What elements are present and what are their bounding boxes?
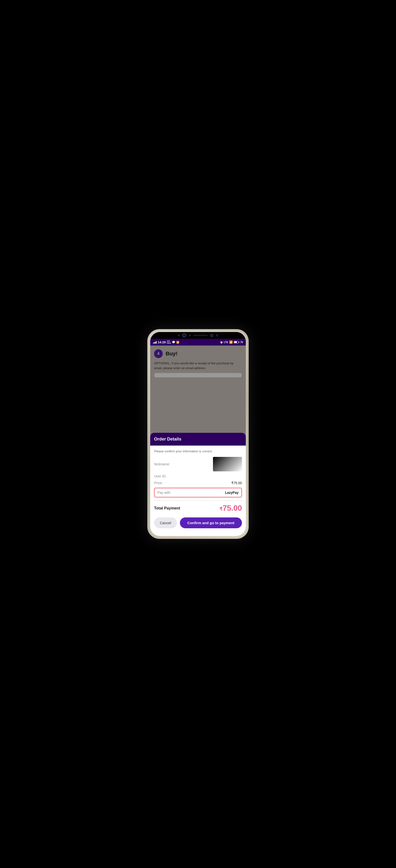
time-display: 14:29 — [158, 340, 166, 344]
signal-bar-4 — [156, 341, 157, 344]
lte-label: LTE — [224, 341, 228, 344]
confirm-text: Please confirm your information is corre… — [154, 450, 242, 453]
nickname-row: Nickname: — [154, 457, 242, 471]
price-value: ₹75.00 — [231, 481, 242, 485]
signal-bar-3 — [155, 342, 156, 344]
modal-body: Please confirm your information is corre… — [150, 445, 246, 536]
battery-indicator — [234, 341, 239, 343]
price-row: Price: ₹75.00 — [154, 481, 242, 485]
signal-bar-2 — [154, 342, 155, 344]
total-row: Total Payment ₹75.00 — [154, 504, 242, 513]
confirm-payment-button[interactable]: Confirm and go to payment — [180, 518, 242, 528]
total-currency: ₹ — [220, 506, 223, 512]
total-label: Total Payment — [154, 506, 180, 510]
modal-title: Order Details — [154, 437, 242, 442]
sim-icon: 📶 — [176, 341, 179, 344]
modal-overlay: Order Details Please confirm your inform… — [150, 345, 246, 536]
price-label: Price: — [154, 481, 163, 485]
divider — [154, 500, 242, 501]
clock-icon: ⏰ — [220, 341, 223, 344]
pay-with-row[interactable]: Pay with: LazyPay — [154, 488, 242, 497]
screen-content: 4 Buy! OPTIONAL: If you would like a rec… — [150, 345, 246, 536]
signal-bar-1 — [153, 343, 154, 344]
phone-frame: 14:29 104KB/s 💬 📶 ⏰ LTE 📶 70 — [147, 329, 249, 539]
user-id-label: User ID: — [154, 474, 166, 478]
action-buttons: Cancel Confirm and go to payment — [154, 518, 242, 528]
camera-indicator — [182, 333, 187, 338]
status-left: 14:29 104KB/s 💬 📶 — [153, 340, 179, 344]
phone-inner: 14:29 104KB/s 💬 📶 ⏰ LTE 📶 70 — [150, 332, 246, 536]
nickname-redacted — [213, 457, 242, 471]
phone-top-bar — [150, 332, 246, 339]
pay-with-label: Pay with: — [158, 491, 171, 495]
status-bar: 14:29 104KB/s 💬 📶 ⏰ LTE 📶 70 — [150, 339, 246, 345]
status-right: ⏰ LTE 📶 70 — [220, 340, 243, 344]
cancel-button[interactable]: Cancel — [154, 518, 177, 528]
battery-level: 70 — [240, 341, 243, 344]
total-value: ₹75.00 — [220, 504, 242, 513]
modal-header: Order Details — [150, 433, 246, 445]
messaging-icon: 💬 — [172, 341, 175, 344]
speaker-grille — [193, 335, 208, 336]
network-speed: 104KB/s — [167, 340, 171, 344]
camera-dot-right — [189, 334, 191, 336]
camera-dot-left — [178, 334, 180, 336]
sensor-dot — [216, 334, 218, 337]
front-camera — [210, 334, 214, 337]
pay-with-value: LazyPay — [225, 491, 238, 495]
modal-card: Order Details Please confirm your inform… — [150, 433, 246, 536]
nickname-label: Nickname: — [154, 462, 170, 466]
signal-bars — [153, 341, 157, 344]
wifi-icon: 📶 — [229, 340, 233, 344]
total-amount: 75.00 — [223, 504, 242, 513]
user-id-row: User ID: — [154, 474, 242, 478]
